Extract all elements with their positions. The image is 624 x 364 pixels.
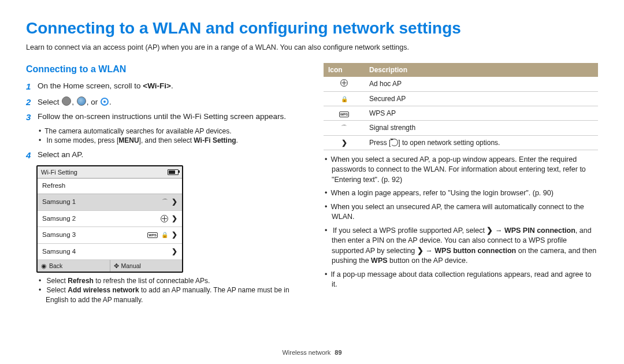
chevron-right-icon: ❯ <box>341 139 347 147</box>
share-icon <box>62 96 71 106</box>
chevron-right-icon: ❯ <box>417 247 424 255</box>
step-1: On the Home screen, scroll to <Wi-Fi>. <box>38 81 300 92</box>
chevron-right-icon: ❯ <box>172 231 177 240</box>
bullet-wps: If you select a WPS profile supported AP… <box>332 226 598 266</box>
signal-icon: ⌒ <box>341 124 347 131</box>
step-num-1: 1 <box>26 81 38 92</box>
row-wps: WPS AP <box>365 106 598 121</box>
step4-sub2: Select Add wireless network to add an AP… <box>46 285 300 304</box>
bullet-login: When a login page appears, refer to "Usi… <box>332 188 598 199</box>
row-signal: Signal strength <box>365 121 598 135</box>
icon-table: Icon Description Ad hoc AP 🔒 Secured AP … <box>324 63 598 150</box>
chevron-right-icon: ❯ <box>172 214 177 224</box>
step-num-3: 3 <box>26 112 38 123</box>
lock-icon: 🔒 <box>161 231 168 239</box>
step4-sub1: Select Refresh to refresh the list of co… <box>46 276 300 285</box>
signal-icon: ⌒ <box>162 198 168 206</box>
section-heading: Connecting to a WLAN <box>26 63 300 76</box>
adhoc-icon <box>340 79 348 87</box>
chevron-right-icon: ❯ <box>172 247 177 257</box>
page-title: Connecting to a WLAN and configuring net… <box>26 17 598 39</box>
ap-row-1: Samsung 1 ⌒ ❯ <box>38 194 182 211</box>
chevron-right-icon: ❯ <box>486 226 493 235</box>
row-open-settings: Press [] to open network setting options… <box>365 135 598 150</box>
step-num-4: 4 <box>26 150 38 161</box>
wps-icon: WPS <box>147 232 158 238</box>
ap-row-3: Samsung 3 WPS 🔒 ❯ <box>38 227 182 244</box>
wps-icon: WPS <box>339 112 350 117</box>
device-refresh: Refresh <box>38 179 182 194</box>
th-desc: Description <box>365 63 598 77</box>
step-3: Follow the on-screen instructions until … <box>38 112 300 123</box>
step-4: Select an AP. <box>38 150 300 161</box>
globe-icon <box>77 96 86 106</box>
step3-sub1: The camera automatically searches for av… <box>46 127 300 136</box>
battery-icon <box>168 169 179 175</box>
step3-sub2: In some modes, press [MENU], and then se… <box>46 136 300 145</box>
lock-icon: 🔒 <box>341 96 348 102</box>
intro-text: Learn to connect via an access point (AP… <box>26 43 598 53</box>
reload-icon <box>391 139 398 146</box>
adhoc-icon <box>161 215 168 222</box>
bullet-unsecured: When you select an unsecured AP, the cam… <box>332 202 598 222</box>
device-back: ◉Back <box>38 260 110 272</box>
row-secured: Secured AP <box>365 92 598 106</box>
bullet-secured: When you select a secured AP, a pop-up w… <box>332 155 598 185</box>
device-manual: ✥Manual <box>110 260 183 272</box>
ap-row-4: Samsung 4 ❯ <box>38 244 182 261</box>
chevron-right-icon: ❯ <box>172 198 177 207</box>
device-title: Wi-Fi Setting <box>41 168 77 177</box>
step-num-2: 2 <box>26 96 38 108</box>
th-icon: Icon <box>324 63 365 77</box>
row-adhoc: Ad hoc AP <box>365 77 598 92</box>
ap-row-2: Samsung 2 ❯ <box>38 211 182 228</box>
bullet-regulations: If a pop-up message about data collectio… <box>332 270 598 290</box>
wifi-setting-screenshot: Wi-Fi Setting Refresh Samsung 1 ⌒ ❯ Sams… <box>36 165 183 273</box>
step-2: Select , , or . <box>38 96 300 108</box>
target-icon <box>101 98 109 106</box>
